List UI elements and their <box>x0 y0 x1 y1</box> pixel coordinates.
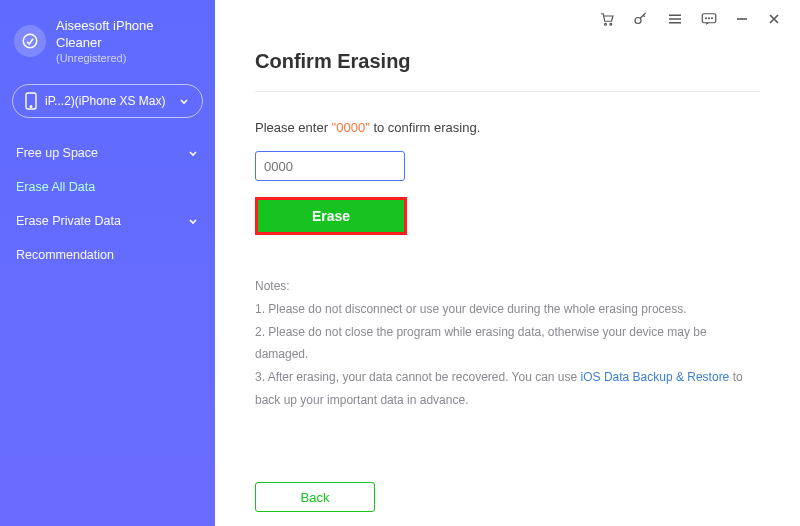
minimize-icon[interactable] <box>734 11 750 27</box>
content-area: Confirm Erasing Please enter "0000" to c… <box>215 32 800 526</box>
chevron-down-icon <box>187 147 199 159</box>
note-3-pre: 3. After erasing, your data cannot be re… <box>255 370 581 384</box>
back-button[interactable]: Back <box>255 482 375 512</box>
confirm-input[interactable] <box>255 151 405 181</box>
device-selector[interactable]: iP...2)(iPhone XS Max) <box>12 84 203 118</box>
sidebar: Aiseesoft iPhone Cleaner (Unregistered) … <box>0 0 215 526</box>
main-panel: Confirm Erasing Please enter "0000" to c… <box>215 0 800 526</box>
chevron-down-icon <box>187 215 199 227</box>
confirm-code: "0000" <box>332 120 370 135</box>
app-logo-icon <box>14 25 46 57</box>
svg-point-4 <box>610 23 612 25</box>
close-icon[interactable] <box>766 11 782 27</box>
note-2: 2. Please do not close the program while… <box>255 321 760 367</box>
note-1: 1. Please do not disconnect or use your … <box>255 298 760 321</box>
svg-point-0 <box>23 34 37 48</box>
sidebar-item-label: Erase All Data <box>16 180 95 194</box>
brand-block: Aiseesoft iPhone Cleaner (Unregistered) <box>0 10 215 78</box>
erase-highlight: Erase <box>255 197 407 235</box>
sidebar-item-label: Recommendation <box>16 248 114 262</box>
sidebar-item-label: Erase Private Data <box>16 214 121 228</box>
phone-icon <box>25 92 37 110</box>
app-subtitle: (Unregistered) <box>56 52 201 64</box>
feedback-icon[interactable] <box>700 10 718 28</box>
note-3: 3. After erasing, your data cannot be re… <box>255 366 760 412</box>
svg-point-8 <box>709 18 710 19</box>
svg-point-2 <box>30 105 32 107</box>
key-icon[interactable] <box>632 10 650 28</box>
backup-restore-link[interactable]: iOS Data Backup & Restore <box>581 370 730 384</box>
sidebar-item-recommendation[interactable]: Recommendation <box>0 238 215 272</box>
prompt-post: to confirm erasing. <box>370 120 481 135</box>
sidebar-item-label: Free up Space <box>16 146 98 160</box>
app-title: Aiseesoft iPhone Cleaner <box>56 18 201 52</box>
divider <box>255 91 760 92</box>
menu-icon[interactable] <box>666 10 684 28</box>
app-window: Aiseesoft iPhone Cleaner (Unregistered) … <box>0 0 800 526</box>
notes-block: Notes: 1. Please do not disconnect or us… <box>255 275 760 412</box>
svg-point-7 <box>706 18 707 19</box>
page-title: Confirm Erasing <box>255 50 760 73</box>
sidebar-item-free-up-space[interactable]: Free up Space <box>0 136 215 170</box>
sidebar-item-erase-private-data[interactable]: Erase Private Data <box>0 204 215 238</box>
notes-title: Notes: <box>255 275 760 298</box>
device-label: iP...2)(iPhone XS Max) <box>45 94 166 108</box>
svg-point-5 <box>635 18 641 24</box>
svg-point-9 <box>712 18 713 19</box>
cart-icon[interactable] <box>598 10 616 28</box>
chevron-down-icon <box>178 95 190 107</box>
erase-button[interactable]: Erase <box>258 200 404 232</box>
prompt-pre: Please enter <box>255 120 332 135</box>
sidebar-item-erase-all-data[interactable]: Erase All Data <box>0 170 215 204</box>
titlebar <box>215 0 800 32</box>
svg-point-3 <box>605 23 607 25</box>
confirm-prompt: Please enter "0000" to confirm erasing. <box>255 120 760 135</box>
